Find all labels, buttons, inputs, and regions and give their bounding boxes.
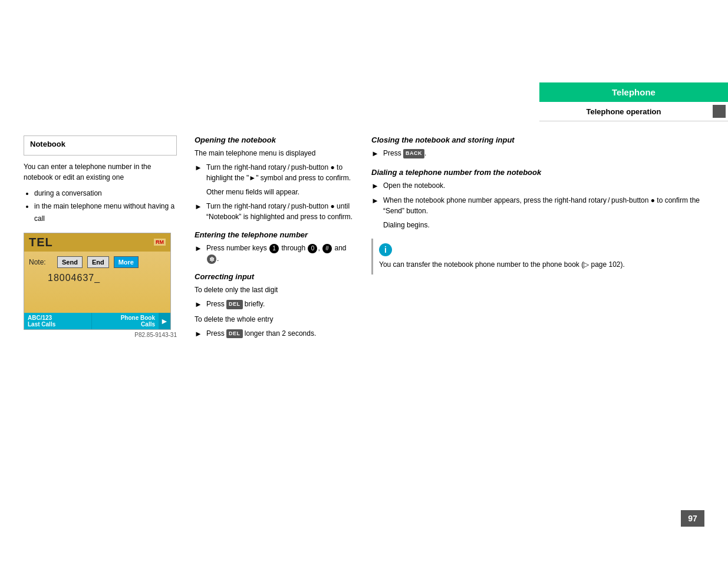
dialing-title: Dialing a telephone number from the note… — [371, 168, 704, 177]
opening-step1: ► Turn the right-hand rotary / push-butt… — [195, 162, 354, 183]
dialing-step1-text: Open the notebook. — [383, 180, 445, 192]
arrow-icon-6: ► — [371, 148, 380, 160]
header-area: Telephone Telephone operation — [539, 82, 728, 121]
tel-phonebook-label: Phone Book — [95, 315, 156, 321]
entering-step1-text: Press number keys 1 through 0, # and ✽. — [206, 243, 354, 264]
right-column: Closing the notebook and storing input ►… — [371, 135, 704, 343]
arrow-icon-4: ► — [195, 299, 203, 310]
info-icon: i — [379, 243, 392, 256]
arrow-icon-2: ► — [195, 201, 203, 222]
opening-step2-text: Turn the right-hand rotary / push-button… — [206, 201, 354, 222]
dialing-begins-text: Dialing begins. — [371, 220, 704, 230]
tel-arrow-icon: ► — [159, 313, 170, 329]
tel-note-row: Note: Send End More — [24, 252, 170, 270]
tel-send-button[interactable]: Send — [57, 256, 83, 268]
closing-step1: ► Press BACK. — [371, 148, 704, 160]
tel-header: TEL RM — [24, 233, 170, 252]
entering-title: Entering the telephone number — [195, 230, 354, 239]
num-icon-hash: # — [322, 244, 332, 253]
del-badge-1: DEL — [226, 300, 243, 309]
other-fields-text: Other menu fields will appear. — [195, 187, 354, 197]
correcting-title: Correcting input — [195, 272, 354, 281]
opening-desc: The main telephone menu is displayed — [195, 148, 354, 158]
bullet-list: during a conversation in the main teleph… — [24, 187, 177, 226]
bullet-item-2: in the main telephone menu without havin… — [34, 200, 177, 226]
dialing-step2-text: When the notebook phone number appears, … — [383, 195, 704, 216]
correcting-step1-text: Press DEL briefly. — [206, 299, 265, 310]
closing-title: Closing the notebook and storing input — [371, 135, 704, 144]
tel-caption: P82.85-9143-31 — [24, 332, 177, 338]
tel-bottom-left: ABC/123 Last Calls — [24, 313, 91, 329]
dialing-step1: ► Open the notebook. — [371, 180, 704, 192]
header-operation-text: Telephone operation — [539, 107, 708, 116]
notebook-box: Notebook — [24, 135, 177, 156]
tel-calls-label: Calls — [95, 321, 156, 328]
arrow-icon-1: ► — [195, 162, 203, 183]
tel-header-rm: RM — [154, 239, 166, 246]
header-square-decoration — [713, 105, 726, 118]
info-box: i You can transfer the notebook phone nu… — [371, 239, 704, 275]
left-column: Notebook You can enter a telephone numbe… — [24, 135, 177, 343]
bullet-item-1: during a conversation — [34, 187, 177, 200]
tel-bottom-right: Phone Book Calls — [91, 313, 159, 329]
tel-image: TEL RM Note: Send End More 18004637_ ABC… — [24, 233, 171, 330]
opening-step1-text: Turn the right-hand rotary / push-button… — [206, 162, 354, 183]
tel-end-button[interactable]: End — [87, 256, 109, 268]
correcting-step1: ► Press DEL briefly. — [195, 299, 354, 310]
tel-lastcalls-label: Last Calls — [28, 321, 88, 328]
correcting-delete-last: To delete only the last digit — [195, 285, 354, 295]
tel-header-text: TEL — [29, 236, 53, 249]
page-number: 97 — [681, 510, 704, 527]
correcting-step2: ► Press DEL longer than 2 seconds. — [195, 328, 354, 340]
del-badge-2: DEL — [226, 329, 243, 339]
notebook-desc: You can enter a telephone number in the … — [24, 161, 177, 183]
num-icon-0: 0 — [308, 244, 317, 253]
middle-column: Opening the notebook The main telephone … — [195, 135, 354, 343]
tel-note-label: Note: — [29, 258, 52, 266]
entering-step1: ► Press number keys 1 through 0, # and ✽… — [195, 243, 354, 264]
dialing-step2: ► When the notebook phone number appears… — [371, 195, 704, 216]
arrow-icon-3: ► — [195, 243, 203, 264]
arrow-icon-5: ► — [195, 328, 203, 340]
num-icon-1: 1 — [269, 244, 279, 253]
opening-step2: ► Turn the right-hand rotary / push-butt… — [195, 201, 354, 222]
arrow-icon-8: ► — [371, 195, 380, 216]
header-telephone: Telephone — [539, 82, 728, 102]
correcting-delete-whole: To delete the whole entry — [195, 314, 354, 325]
tel-more-button[interactable]: More — [114, 256, 139, 268]
opening-title: Opening the notebook — [195, 135, 354, 144]
correcting-step2-text: Press DEL longer than 2 seconds. — [206, 328, 316, 340]
closing-step1-text: Press BACK. — [383, 148, 426, 160]
back-badge: BACK — [403, 149, 424, 158]
tel-abc-label: ABC/123 — [28, 315, 88, 321]
notebook-box-title: Notebook — [30, 140, 170, 148]
num-icon-star: ✽ — [207, 254, 216, 264]
arrow-icon-7: ► — [371, 180, 380, 192]
tel-number-row: 18004637_ — [24, 270, 170, 286]
tel-bottom-row: ABC/123 Last Calls Phone Book Calls ► — [24, 313, 170, 329]
main-content: Notebook You can enter a telephone numbe… — [0, 135, 728, 343]
info-box-text: You can transfer the notebook phone numb… — [379, 259, 699, 270]
header-operation-row: Telephone operation — [539, 102, 728, 121]
